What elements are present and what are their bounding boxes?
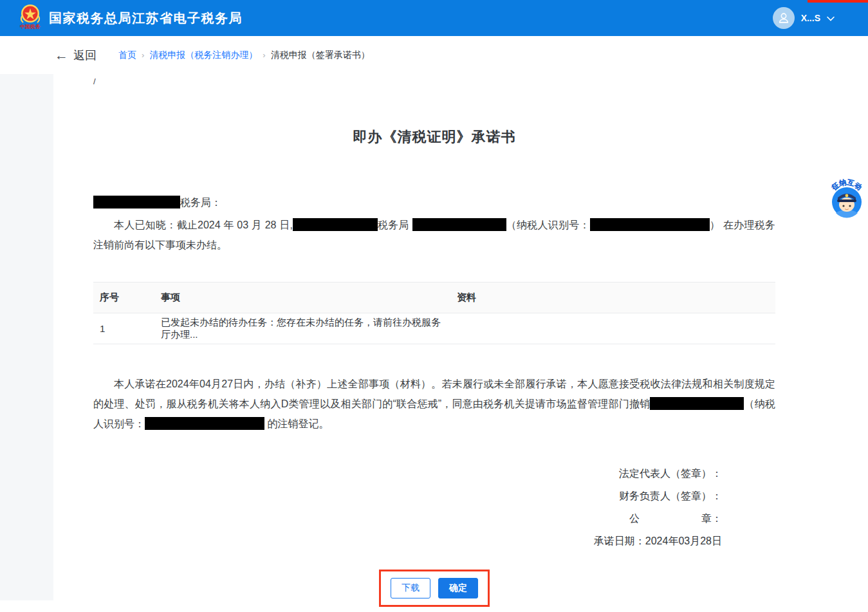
app-title: 国家税务总局江苏省电子税务局 xyxy=(49,10,243,27)
redacted-text xyxy=(650,397,744,410)
redacted-text xyxy=(293,218,378,231)
salutation-line: 税务局： xyxy=(93,192,775,212)
tax-officer-mascot-icon: 征纳互动 xyxy=(828,178,865,219)
page: 中国税务 国家税务总局江苏省电子税务局 X...S ← 返回 首 xyxy=(0,0,868,612)
breadcrumb: 首页 › 清税申报（税务注销办理） › 清税申报（签署承诺书） xyxy=(118,50,370,61)
annotation-highlight-box: 下载 确定 xyxy=(379,570,490,607)
cell-no: 1 xyxy=(93,313,154,344)
main-content: / 即办《清税证明》承诺书 税务局： 本人已知晓：截止2024 年 03 月 2… xyxy=(53,74,868,612)
signature-block: 法定代表人（签章）： 财务负责人（签章）： 公 章： 承诺日期：2024年03月… xyxy=(93,462,775,552)
tax-emblem-logo: 中国税务 xyxy=(18,3,42,33)
user-menu[interactable]: X...S xyxy=(773,7,835,29)
back-arrow-icon: ← xyxy=(55,48,68,62)
breadcrumb-item-qingshui-shenbao[interactable]: 清税申报（税务注销办理） xyxy=(149,50,257,61)
document-title: 即办《清税证明》承诺书 xyxy=(93,127,775,147)
redacted-text xyxy=(412,218,506,231)
column-header-material: 资料 xyxy=(450,283,775,313)
recording-indicator-bar xyxy=(808,0,868,3)
column-header-item: 事项 xyxy=(154,283,450,313)
confirm-button[interactable]: 确定 xyxy=(438,578,478,598)
chevron-down-icon[interactable] xyxy=(827,12,835,24)
cell-material xyxy=(450,313,775,344)
app-header: 中国税务 国家税务总局江苏省电子税务局 X...S xyxy=(0,0,868,36)
left-rail xyxy=(0,74,53,600)
breadcrumb-bar: ← 返回 首页 › 清税申报（税务注销办理） › 清税申报（签署承诺书） xyxy=(0,36,868,74)
back-button[interactable]: ← 返回 xyxy=(55,48,97,63)
commitment-paragraph: 本人承诺在2024年04月27日内，办结（补齐）上述全部事项（材料）。若未履行或… xyxy=(93,374,775,434)
cell-item: 已发起未办结的待办任务：您存在未办结的任务，请前往办税服务厅办理... xyxy=(154,313,450,344)
user-avatar[interactable] xyxy=(773,7,795,29)
brand[interactable]: 中国税务 国家税务总局江苏省电子税务局 xyxy=(18,3,243,33)
redacted-text xyxy=(93,196,180,209)
finance-officer-line: 财务负责人（签章）： xyxy=(93,485,722,507)
redacted-text xyxy=(145,417,264,430)
person-icon xyxy=(777,11,791,25)
user-name: X...S xyxy=(801,13,820,23)
back-label: 返回 xyxy=(73,48,97,63)
breadcrumb-item-home[interactable]: 首页 xyxy=(118,50,136,61)
breadcrumb-separator: › xyxy=(142,50,144,60)
mascot-interaction-widget[interactable]: 征纳互动 xyxy=(828,178,865,219)
actions-row: 下载 确定 xyxy=(93,570,775,607)
download-button[interactable]: 下载 xyxy=(391,578,430,598)
column-header-no: 序号 xyxy=(93,283,154,313)
table-row: 1 已发起未办结的待办任务：您存在未办结的任务，请前往办税服务厅办理... xyxy=(93,313,775,344)
svg-text:中国税务: 中国税务 xyxy=(20,24,41,30)
pending-items-table: 序号 事项 资料 1 已发起未办结的待办任务：您存在未办结的任务，请前往办税服务… xyxy=(93,282,775,344)
breadcrumb-separator: › xyxy=(263,50,265,60)
commit-date-line: 承诺日期：2024年03月28日 xyxy=(93,530,722,552)
table-header-row: 序号 事项 资料 xyxy=(93,283,775,313)
legal-representative-line: 法定代表人（签章）： xyxy=(93,462,722,485)
breadcrumb-item-current: 清税申报（签署承诺书） xyxy=(271,50,370,61)
intro-paragraph: 本人已知晓：截止2024 年 03 月 28 日,税务局 （纳税人识别号：） 在… xyxy=(93,215,775,255)
redacted-text xyxy=(590,218,710,231)
commitment-letter: 即办《清税证明》承诺书 税务局： 本人已知晓：截止2024 年 03 月 28 … xyxy=(93,74,775,607)
company-seal-line: 公 章： xyxy=(93,507,722,530)
